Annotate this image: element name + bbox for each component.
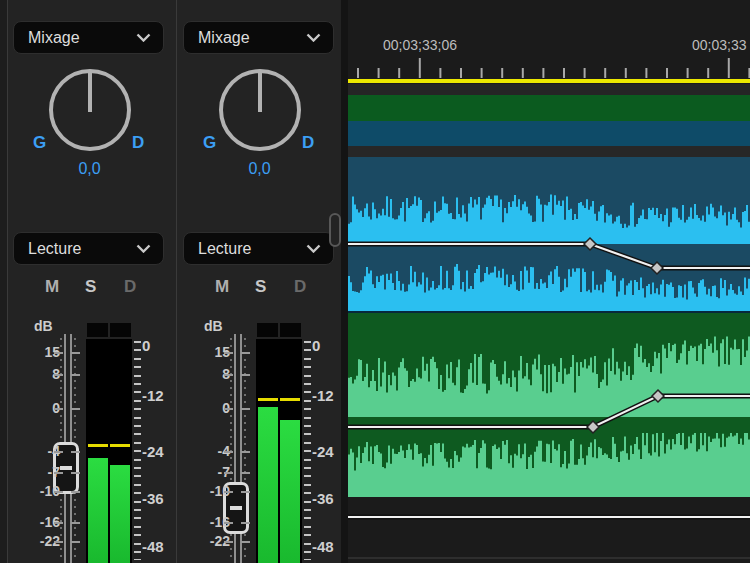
meter-scale-label: -12: [142, 387, 176, 404]
meter-scale-label: 0: [312, 337, 346, 354]
fader-major-tick: [71, 541, 80, 543]
fader-scale-label: -7: [8, 464, 60, 480]
peak-indicator-left: [258, 398, 278, 401]
pan-left-label: G: [203, 133, 216, 153]
fader-scale-label: 0: [178, 400, 230, 416]
clip-indicator-right: [280, 323, 301, 337]
fader-scale-label: -16: [8, 514, 60, 530]
peak-indicator-left: [88, 444, 108, 447]
meter-scale-label: -48: [312, 538, 346, 555]
fader-major-tick: [71, 491, 80, 493]
chevron-down-icon: [306, 244, 321, 253]
meter-scale-label: -12: [312, 387, 346, 404]
fader-scale-label: -22: [8, 533, 60, 549]
chevron-down-icon: [136, 33, 151, 42]
fader-scale-label: -4: [178, 443, 230, 459]
chevron-down-icon: [136, 244, 151, 253]
fader-handle-grip: [60, 466, 72, 470]
fader-major-tick: [241, 352, 250, 354]
fader-scale-label: -22: [178, 533, 230, 549]
fader-unit-label: dB: [204, 318, 223, 334]
fader-scale-label: -7: [178, 464, 230, 480]
automation-mode-label: Lecture: [198, 240, 251, 258]
pan-left-label: G: [33, 133, 46, 153]
mute-button[interactable]: M: [215, 277, 229, 297]
timeline-canvas: [348, 0, 750, 563]
fader-major-tick: [224, 451, 233, 453]
input-assign-dropdown[interactable]: Mixage: [13, 21, 164, 54]
record-button[interactable]: D: [294, 277, 306, 297]
meter-scale-label: -36: [312, 490, 346, 507]
fader-major-tick: [54, 472, 63, 474]
input-assign-label: Mixage: [28, 29, 80, 47]
level-meter: [86, 339, 132, 563]
mixer-scrollbar-thumb[interactable]: [329, 213, 341, 247]
meter-scale-label: -24: [312, 443, 346, 460]
collapsed-track-bar[interactable]: [348, 95, 750, 121]
fader-major-tick: [71, 451, 80, 453]
pan-value[interactable]: 0,0: [178, 160, 341, 178]
strip-divider: [176, 0, 177, 563]
meter-scale-ticks: [304, 341, 311, 560]
fader-major-tick: [71, 408, 80, 410]
meter-scale-label: -24: [142, 443, 176, 460]
meter-scale-ticks: [134, 341, 141, 560]
solo-button[interactable]: S: [85, 277, 96, 297]
mute-button[interactable]: M: [45, 277, 59, 297]
fader-major-tick: [224, 541, 233, 543]
meter-scale-label: -48: [142, 538, 176, 555]
meter-scale-label: -36: [142, 490, 176, 507]
automation-mode-dropdown[interactable]: Lecture: [183, 232, 334, 265]
collapsed-track-bar[interactable]: [348, 121, 750, 146]
fader-major-tick: [54, 522, 63, 524]
fader-major-tick: [71, 374, 80, 376]
fader-major-tick: [54, 491, 63, 493]
fader-scale-label: 15: [8, 344, 60, 360]
fader-scale-label: 15: [178, 344, 230, 360]
solo-button[interactable]: S: [255, 277, 266, 297]
fader-major-tick: [224, 374, 233, 376]
record-button[interactable]: D: [124, 277, 136, 297]
timeline-panel: 00;03;33;0600;03;33: [348, 0, 750, 563]
fader-scale-label: -10: [8, 483, 60, 499]
pan-right-label: D: [132, 133, 144, 153]
audio-track-background: [348, 311, 750, 313]
meter-bar-right: [110, 465, 130, 563]
fader-major-tick: [224, 491, 233, 493]
fader-major-tick: [224, 472, 233, 474]
fader-major-tick: [224, 408, 233, 410]
collapsed-track-bar[interactable]: [348, 84, 750, 95]
meter-bar-left: [258, 407, 278, 563]
pan-knob-pointer: [258, 73, 262, 112]
fader-major-tick: [54, 352, 63, 354]
fader-major-tick: [241, 541, 250, 543]
pan-value[interactable]: 0,0: [8, 160, 171, 178]
fader-unit-label: dB: [34, 318, 53, 334]
clip-indicator-left: [87, 323, 108, 337]
chevron-down-icon: [306, 33, 321, 42]
channel-strip-1: Mixage G D 0,0 Lecture M S D dB: [8, 0, 171, 563]
fader-major-tick: [54, 451, 63, 453]
panel-left-edge: [0, 0, 7, 563]
fader-scale-label: 0: [8, 400, 60, 416]
collapsed-track-bar[interactable]: [348, 146, 750, 157]
fader-major-tick: [54, 541, 63, 543]
fader-major-tick: [241, 408, 250, 410]
fader-major-tick: [241, 451, 250, 453]
pan-knob-pointer: [88, 73, 92, 112]
fader-major-tick: [241, 472, 250, 474]
input-assign-dropdown[interactable]: Mixage: [183, 21, 334, 54]
fader-handle-grip: [230, 506, 242, 510]
fader-major-tick: [241, 522, 250, 524]
channel-strip-2: Mixage G D 0,0 Lecture M S D dB: [178, 0, 341, 563]
fader-major-tick: [71, 352, 80, 354]
work-area-bar[interactable]: [348, 79, 750, 83]
audio-clip-mixer-window: Mixage G D 0,0 Lecture M S D dB: [0, 0, 750, 563]
automation-mode-dropdown[interactable]: Lecture: [13, 232, 164, 265]
fader-scale-label: 8: [178, 366, 230, 382]
audio-clip-mixer-panel: Mixage G D 0,0 Lecture M S D dB: [0, 0, 341, 563]
peak-indicator-right: [280, 398, 300, 401]
fader-major-tick: [241, 374, 250, 376]
fader-major-tick: [54, 374, 63, 376]
meter-bar-left: [88, 458, 108, 563]
